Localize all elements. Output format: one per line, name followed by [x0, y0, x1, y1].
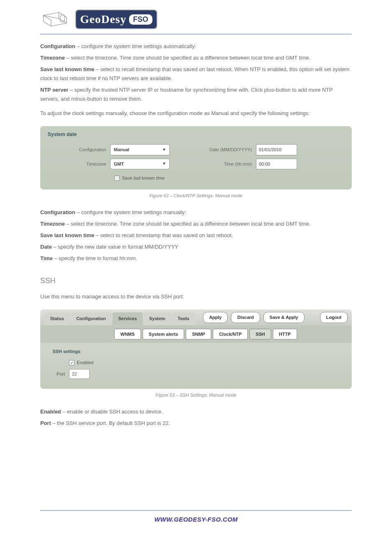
enabled-label: Enabled	[77, 359, 93, 367]
para-manual-intro: To adjust the clock settings manually, c…	[40, 109, 352, 118]
system-date-panel: System date Configuration Manual ▼ Date …	[40, 126, 352, 189]
para-tz-manual: Timezone – select the timezone. Time zon…	[40, 219, 352, 229]
time-input[interactable]: 00:00	[256, 159, 297, 170]
timezone-label: Timezone	[40, 160, 110, 168]
logout-button[interactable]: Logout	[320, 312, 348, 323]
config-select[interactable]: Manual ▼	[110, 144, 170, 155]
para-enabled: Enabled – enable or disable SSH access t…	[40, 407, 352, 416]
para-save-manual: Save last known time – select to recall …	[40, 231, 352, 240]
timezone-select[interactable]: GMT ▼	[110, 159, 170, 170]
enabled-checkbox[interactable]: ✓	[69, 360, 74, 365]
para-ntp-server: NTP server – specify the trusted NTP ser…	[40, 85, 352, 104]
para-timezone: Timezone – select the timezone. Time zon…	[40, 53, 352, 62]
logo: GeoDesy FSO	[75, 9, 157, 29]
device-icon	[40, 8, 71, 30]
ssh-panel: Status Configuration Services System Too…	[40, 309, 352, 389]
time-label: Time (hh:mm)	[170, 160, 256, 168]
date-input[interactable]: 01/01/2010	[256, 144, 297, 155]
save-last-label: Save last known time	[122, 174, 165, 182]
figure-caption-ssh: Figure 53 – SSH Settings: Manual mode	[40, 391, 352, 399]
tab-services[interactable]: Services	[113, 312, 143, 325]
subtab-clock[interactable]: Clock/NTP	[213, 329, 248, 340]
logo-sub: FSO	[129, 14, 152, 25]
subtab-snmp[interactable]: SNMP	[186, 329, 211, 340]
svg-point-0	[60, 15, 65, 22]
para-configuration: Configuration – configure the system tim…	[40, 42, 352, 51]
para-save-last: Save last known time – select to recall …	[40, 65, 352, 83]
footer-divider	[40, 510, 352, 511]
subtab-http[interactable]: HTTP	[273, 329, 297, 340]
chevron-down-icon: ▼	[162, 147, 166, 153]
para-config-manual: Configuration – configure the system tim…	[40, 208, 352, 217]
page-header: GeoDesy FSO	[40, 8, 352, 30]
logo-brand: GeoDesy	[80, 13, 127, 26]
main-tabs: Status Configuration Services System Too…	[44, 312, 196, 325]
divider	[40, 34, 352, 35]
discard-button[interactable]: Discard	[231, 312, 260, 323]
tab-system[interactable]: System	[143, 312, 171, 325]
para-port: Port – the SSH service port. By default …	[40, 419, 352, 428]
subtab-ssh[interactable]: SSH	[249, 329, 271, 340]
date-label: Date (MM/DD/YYYY)	[170, 146, 256, 154]
tab-status[interactable]: Status	[44, 312, 70, 325]
figure-caption-date: Figure 52 – Clock/NTP Settings: Manual m…	[40, 192, 352, 200]
subtab-wnms[interactable]: WNMS	[114, 329, 141, 340]
footer-url: WWW.GEODESY-FSO.COM	[40, 516, 352, 523]
save-last-checkbox[interactable]	[114, 175, 120, 181]
port-input[interactable]: 22	[69, 369, 90, 379]
ssh-intro: Use this menu to manage access to the de…	[40, 292, 352, 301]
port-label: Port	[53, 370, 69, 378]
subtab-alerts[interactable]: System alerts	[143, 329, 184, 340]
para-date-manual: Date – specify the new date value in for…	[40, 242, 352, 252]
para-time-manual: Time – specify the time in format hh:mm.	[40, 254, 352, 263]
tab-configuration[interactable]: Configuration	[71, 312, 112, 325]
ssh-settings-title: SSH settings	[53, 348, 344, 355]
system-date-title: System date	[40, 126, 352, 143]
ssh-heading: SSH	[40, 275, 352, 287]
apply-button[interactable]: Apply	[203, 312, 228, 323]
sub-tabs: WNMS System alerts SNMP Clock/NTP SSH HT…	[40, 325, 352, 343]
tab-tools[interactable]: Tools	[172, 312, 195, 325]
save-apply-button[interactable]: Save & Apply	[263, 312, 304, 323]
config-label: Configuration	[40, 146, 110, 154]
chevron-down-icon: ▼	[162, 161, 166, 167]
